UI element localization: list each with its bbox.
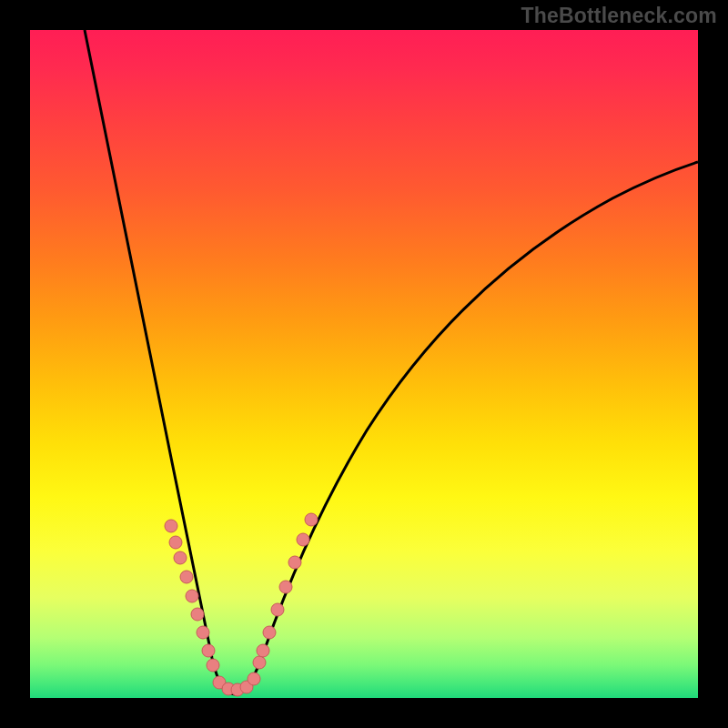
marker-dot: [279, 581, 292, 593]
marker-dot: [165, 520, 177, 532]
chart-frame: TheBottleneck.com: [0, 0, 728, 728]
marker-dot: [174, 551, 187, 564]
markers-bottom: [213, 672, 260, 696]
bottleneck-curve: [30, 30, 698, 698]
marker-dot: [257, 644, 269, 657]
marker-dot: [169, 536, 182, 549]
markers-left: [165, 520, 219, 672]
watermark-text: TheBottleneck.com: [521, 4, 717, 28]
markers-right: [253, 513, 318, 669]
marker-dot: [305, 513, 318, 526]
curve-right: [235, 162, 698, 694]
curve-left: [85, 30, 235, 694]
marker-dot: [297, 533, 309, 546]
marker-dot: [180, 571, 193, 583]
marker-dot: [288, 556, 301, 569]
marker-dot: [248, 672, 260, 685]
marker-dot: [186, 590, 198, 602]
marker-dot: [191, 608, 204, 621]
marker-dot: [271, 603, 284, 616]
marker-dot: [263, 626, 276, 639]
marker-dot: [197, 626, 209, 639]
marker-dot: [207, 659, 219, 672]
plot-area: [30, 30, 698, 698]
marker-dot: [253, 656, 266, 669]
marker-dot: [202, 644, 215, 657]
